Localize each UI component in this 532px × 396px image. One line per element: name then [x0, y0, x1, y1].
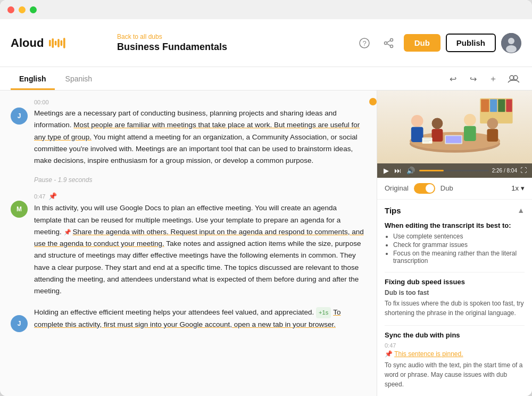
svg-rect-35: [422, 137, 432, 143]
skip-button[interactable]: ⏭: [393, 167, 402, 175]
svg-point-29: [463, 114, 476, 126]
tab-english[interactable]: English: [11, 69, 55, 90]
header-middle: Back to all dubs Business Fundamentals: [117, 33, 355, 53]
original-label: Original: [385, 184, 409, 192]
avatar-image: [501, 33, 521, 53]
transcript-block-2: M 0:47 📌 In this activity, you will use …: [11, 192, 366, 297]
transcript-text-3[interactable]: Holding an effective efficient meeting h…: [34, 307, 366, 331]
tip-section-pins-title: Sync the dub with pins: [385, 331, 525, 339]
minimize-dot[interactable]: [19, 6, 26, 13]
svg-rect-37: [423, 140, 431, 141]
tip-divider-1: [385, 272, 525, 273]
tabbar-tools: ↩ ↪ ＋: [445, 71, 521, 90]
play-button[interactable]: ▶: [383, 167, 390, 175]
svg-line-11: [387, 40, 390, 43]
svg-rect-1: [52, 38, 54, 48]
tip-item-1: Use complete sentences: [393, 233, 525, 240]
tips-collapse-button[interactable]: ▲: [517, 206, 525, 214]
volume-button[interactable]: 🔊: [405, 167, 416, 175]
svg-rect-0: [49, 39, 51, 46]
audio-toggle-switch[interactable]: [414, 183, 435, 194]
speed-selector[interactable]: 1x ▾: [511, 184, 525, 192]
redo-button[interactable]: ↪: [465, 71, 481, 87]
pin-icon: 📌: [48, 192, 57, 200]
transcript-content-1: 00:00 Meetings are a necessary part of c…: [34, 99, 366, 167]
tip-section-pins: Sync the dub with pins 0:47 📌 This sente…: [385, 331, 525, 389]
svg-point-27: [431, 118, 443, 129]
transcript-text-1[interactable]: Meetings are a necessary part of conduct…: [34, 108, 366, 167]
dub-label: Dub: [440, 184, 453, 192]
tip-divider-2: [385, 325, 525, 326]
svg-point-14: [508, 38, 514, 44]
svg-line-12: [387, 44, 390, 46]
svg-point-10: [384, 42, 387, 44]
publish-button[interactable]: Publish: [446, 34, 496, 52]
transcript-block-1: J 00:00 Meetings are a necessary part of…: [11, 99, 366, 167]
avatar: [501, 33, 521, 53]
transcript-content-2: 0:47 📌 In this activity, you will use Go…: [34, 192, 366, 297]
svg-rect-30: [463, 126, 476, 141]
video-illustration: [389, 96, 520, 161]
tip-section-speed-title: Fixing dub speed issues: [385, 278, 525, 286]
svg-point-15: [506, 45, 517, 53]
back-link[interactable]: Back to all dubs: [117, 33, 355, 40]
svg-point-25: [411, 115, 423, 127]
transcript-text-2[interactable]: In this activity, you will use Google Do…: [34, 202, 366, 297]
tip-pinned-text: This sentence is pinned.: [394, 350, 463, 358]
svg-rect-38: [423, 142, 429, 142]
main-content: J 00:00 Meetings are a necessary part of…: [0, 90, 532, 396]
transcript-block-3: J Holding an effective efficient meeting…: [11, 307, 366, 332]
pause-label: Pause - 1.9 seconds: [34, 176, 366, 184]
collaborators-button[interactable]: [505, 71, 521, 87]
svg-point-8: [390, 38, 393, 41]
dub-button[interactable]: Dub: [404, 34, 440, 52]
highlighted-text-3: To complete this activity, first must si…: [34, 308, 340, 328]
svg-rect-32: [487, 129, 498, 142]
help-button[interactable]: ?: [355, 34, 374, 53]
share-button[interactable]: [379, 34, 398, 53]
add-button[interactable]: ＋: [485, 71, 501, 87]
transcript-content-3: Holding an effective efficient meeting h…: [34, 307, 366, 332]
logo-area: Aloud: [11, 36, 117, 50]
svg-rect-34: [446, 136, 461, 143]
svg-rect-2: [55, 40, 57, 45]
header-actions: ? Dub Publish: [355, 33, 521, 53]
highlighted-text-2: Share the agenda with others. Request in…: [34, 228, 364, 248]
speaker-avatar-mark: M: [11, 201, 28, 218]
tip-list: Use complete sentences Check for grammar…: [385, 233, 525, 265]
tabbar: English Spanish ↩ ↪ ＋: [0, 67, 532, 90]
undo-button[interactable]: ↩: [445, 71, 461, 87]
transcript-panel[interactable]: J 00:00 Meetings are a necessary part of…: [0, 90, 377, 396]
titlebar: [0, 0, 532, 19]
close-dot[interactable]: [7, 6, 14, 13]
video-controls: ▶ ⏭ 🔊 2:26 / 8:04 ⛶: [377, 163, 532, 178]
tip-item-2: Check for grammar issues: [393, 241, 525, 249]
svg-text:?: ?: [362, 39, 366, 47]
progress-indicator: [369, 98, 377, 105]
app-window: Aloud Back to all dubs Business Fundamen…: [0, 0, 532, 396]
tip-item-3: Focus on the meaning rather than the lit…: [393, 250, 525, 265]
svg-point-31: [487, 118, 498, 129]
page-title: Business Fundamentals: [117, 42, 355, 53]
svg-rect-5: [63, 38, 65, 48]
logo-icon: [49, 38, 68, 48]
header: Aloud Back to all dubs Business Fundamen…: [0, 19, 532, 67]
tab-spanish[interactable]: Spanish: [57, 69, 101, 90]
audio-toggle: Original Dub 1x ▾: [377, 178, 532, 200]
tips-header: Tips ▲: [385, 206, 525, 215]
svg-rect-3: [58, 38, 60, 47]
fullscreen-button[interactable]: ⛶: [520, 167, 527, 174]
tip-section-speed-subtitle: Dub is too fast: [385, 289, 525, 296]
svg-rect-21: [498, 100, 505, 112]
maximize-dot[interactable]: [30, 6, 37, 13]
svg-rect-22: [506, 100, 512, 112]
highlighted-text-1: Most people are familiar with meetings t…: [34, 121, 360, 141]
svg-rect-28: [431, 129, 443, 142]
video-player[interactable]: ▶ ⏭ 🔊 2:26 / 8:04 ⛶: [377, 90, 532, 178]
tips-panel: Tips ▲ When editing the transcript its b…: [377, 200, 532, 396]
speaker-avatar-jade-2: J: [11, 315, 28, 332]
tip-section-editing-title: When editing the transcript its best to:: [385, 221, 525, 229]
autofix-badge: +1s: [316, 307, 331, 318]
video-progress-bar[interactable]: [419, 170, 489, 171]
video-time: 2:26 / 8:04: [492, 168, 517, 174]
